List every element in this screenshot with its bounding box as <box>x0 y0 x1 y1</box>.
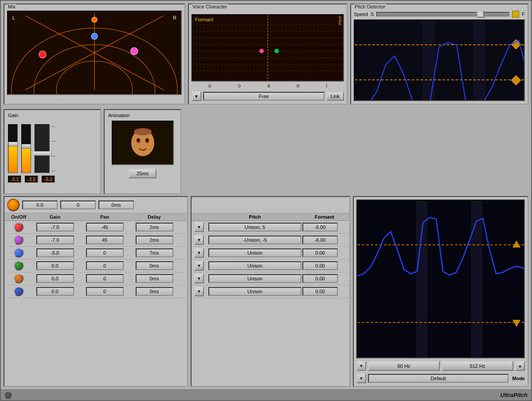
pan-0[interactable]: -45 <box>86 223 124 232</box>
pf-formant-3[interactable]: 0.00 <box>302 261 338 270</box>
pf-pitch-5[interactable]: Unison <box>208 287 301 296</box>
pf-top-row <box>192 197 349 213</box>
pan-4[interactable]: 0 <box>86 274 124 283</box>
cell-pan-2: 0 <box>80 248 129 257</box>
delay-input-main[interactable]: 0ms <box>98 200 134 209</box>
mix-label: Mix <box>7 4 16 9</box>
pan-input-main[interactable]: 0 <box>60 200 96 209</box>
gain-3[interactable]: 0.0 <box>36 261 74 270</box>
fader-knob-3[interactable] <box>33 151 52 156</box>
fader-3 <box>35 124 50 173</box>
pf-formant-0[interactable]: -6.00 <box>302 223 338 232</box>
default-dropdown[interactable]: ▼ <box>356 373 366 383</box>
pf-formant-5[interactable]: 0.00 <box>302 287 338 296</box>
voice-display[interactable]: Formant Pitch <box>192 14 344 82</box>
delay-2[interactable]: 7ms <box>136 248 173 257</box>
top-section: Mix L R <box>1 1 531 107</box>
delay-0[interactable]: 2ms <box>136 223 173 232</box>
svg-point-8 <box>39 51 46 58</box>
pf-arrow-3[interactable]: ▼ <box>194 261 204 271</box>
pitch-detector-bottom: ▼ 60 Hz 512 Hz ▲ ▼ Default Mode <box>353 196 528 387</box>
voice-dot-5[interactable] <box>14 287 23 296</box>
fader-track-3[interactable] <box>35 124 50 173</box>
delay-1[interactable]: 2ms <box>136 236 173 244</box>
voice-table-panel: 0.0 0 0ms On/Off Gain Pan Delay -7.0 -45… <box>4 196 188 387</box>
pan-3[interactable]: 0 <box>86 261 124 270</box>
pf-pitch-2[interactable]: Unison <box>208 248 301 257</box>
hz-down-arrow[interactable]: ▼ <box>356 361 366 371</box>
fader-track-2[interactable] <box>21 124 31 173</box>
pf-formant-1[interactable]: -6.00 <box>302 236 338 244</box>
link-button[interactable]: Link <box>326 92 344 101</box>
vowel-e: e <box>297 83 300 89</box>
pf-pitch-4[interactable]: Unison <box>208 274 301 283</box>
speed-slider[interactable] <box>376 12 509 16</box>
pf-arrow-1[interactable]: ▼ <box>194 235 204 245</box>
voice-dot-2[interactable] <box>14 248 23 258</box>
cell-onoff-2 <box>7 248 30 258</box>
pitch-detector-panel-top: Pitch Detector Speed S F <box>350 4 528 105</box>
fader-fill-2 <box>22 146 31 173</box>
pf-arrow-5[interactable]: ▼ <box>194 287 204 296</box>
hz-up-arrow[interactable]: ▲ <box>515 361 525 371</box>
fader-knob-1[interactable] <box>8 142 18 146</box>
speed-label: Speed <box>354 12 368 17</box>
pf-pitch-0[interactable]: Unison, 5 <box>208 223 301 232</box>
pf-arrow-0[interactable]: ▼ <box>194 222 204 232</box>
pan-2[interactable]: 0 <box>86 248 124 257</box>
gain-1[interactable]: -7.0 <box>36 236 74 244</box>
cell-delay-0: 2ms <box>129 223 179 232</box>
formant-dot-pink[interactable] <box>259 49 264 53</box>
free-dropdown[interactable]: ▼ <box>192 91 201 101</box>
fader-knob-2[interactable] <box>21 144 31 149</box>
power-button-main[interactable] <box>7 199 20 211</box>
ms-button[interactable]: 25ms <box>129 169 156 178</box>
voice-dot-4[interactable] <box>14 274 23 283</box>
pf-arrow-2[interactable]: ▼ <box>194 248 204 258</box>
cell-pan-5: 0 <box>80 287 129 296</box>
animation-label: Animation <box>108 113 130 118</box>
pan-5[interactable]: 0 <box>86 287 124 296</box>
fader-track-1[interactable] <box>8 124 18 173</box>
delay-4[interactable]: 0ms <box>136 274 173 283</box>
cell-delay-3: 0ms <box>129 261 179 270</box>
cell-gain-0: -7.0 <box>30 223 80 232</box>
mix-svg <box>8 12 181 94</box>
hz-row: ▼ 60 Hz 512 Hz ▲ <box>356 361 525 371</box>
free-input[interactable]: Free <box>203 92 325 101</box>
cell-onoff-3 <box>7 261 30 271</box>
hz-low-button[interactable]: 60 Hz <box>368 361 440 371</box>
speed-s-label: S <box>371 12 374 17</box>
cell-onoff-0 <box>7 222 30 232</box>
gain-4[interactable]: 0.0 <box>36 274 74 283</box>
cell-delay-5: 0ms <box>129 287 179 296</box>
hz-high-button[interactable]: 512 Hz <box>442 361 513 371</box>
default-input[interactable]: Default <box>368 374 509 383</box>
svg-point-22 <box>137 138 140 142</box>
bottom-left-icon[interactable] <box>4 392 12 399</box>
delay-5[interactable]: 0ms <box>136 287 173 296</box>
formant-dot-green[interactable] <box>274 49 279 53</box>
gain-input-main[interactable]: 0.0 <box>22 200 58 209</box>
pf-pitch-header: Pitch <box>207 214 302 220</box>
gain-0[interactable]: -7.0 <box>36 223 74 232</box>
pf-pitch-3[interactable]: Unison <box>208 261 301 270</box>
pf-formant-2[interactable]: 0.00 <box>302 248 338 257</box>
voice-dot-1[interactable] <box>14 235 23 245</box>
bottom-section: 0.0 0 0ms On/Off Gain Pan Delay -7.0 -45… <box>1 196 531 389</box>
delay-3[interactable]: 0ms <box>136 261 173 270</box>
voice-dot-0[interactable] <box>14 222 23 232</box>
gain-values-row: -3.1 -3.5 -5.2 <box>8 176 97 183</box>
vowel-u: u <box>208 83 211 89</box>
pan-1[interactable]: 45 <box>86 236 124 244</box>
voice-dot-3[interactable] <box>14 261 23 271</box>
pf-headers: Pitch Formant <box>192 213 349 221</box>
pf-arrow-4[interactable]: ▼ <box>194 274 204 283</box>
cell-delay-4: 0ms <box>129 274 179 283</box>
header-pan: Pan <box>80 214 129 220</box>
pf-formant-4[interactable]: 0.00 <box>302 274 338 283</box>
gain-5[interactable]: 0.0 <box>36 287 74 296</box>
gain-2[interactable]: -5.0 <box>36 248 74 257</box>
pf-pitch-1[interactable]: -Unison, -5 <box>208 236 301 244</box>
table-row: -5.0 0 7ms <box>4 247 187 259</box>
